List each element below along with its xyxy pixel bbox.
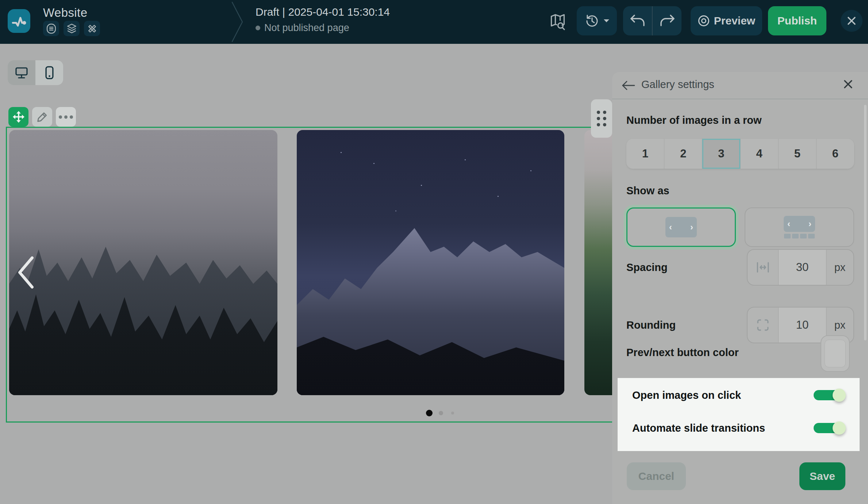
gallery-image-night-mountains[interactable] — [297, 130, 564, 395]
show-as-label: Show as — [626, 185, 669, 197]
redo-icon — [659, 14, 675, 28]
images-per-row-selector: 1 2 3 4 5 6 — [626, 139, 854, 169]
panel-title: Gallery settings — [641, 79, 714, 91]
move-block-button[interactable] — [8, 107, 28, 127]
gallery-image-foggy-forest[interactable] — [9, 130, 277, 395]
form-button[interactable] — [43, 21, 59, 36]
app-logo[interactable] — [8, 9, 30, 33]
show-as-slider-option[interactable]: ‹› — [626, 207, 736, 247]
undo-icon — [630, 14, 646, 28]
preview-button[interactable]: Preview — [691, 6, 762, 35]
row-option-3-selected[interactable]: 3 — [702, 139, 740, 169]
back-button[interactable] — [622, 81, 635, 90]
prev-next-color-swatch[interactable] — [821, 335, 850, 372]
corner-radius-icon — [748, 308, 778, 343]
stars-decoration — [341, 152, 342, 153]
toggle-knob — [833, 389, 846, 402]
spacing-value-input[interactable]: 30 — [778, 250, 826, 285]
map-search-icon — [550, 13, 566, 31]
prev-chevron-icon — [17, 256, 34, 289]
redo-button[interactable] — [652, 6, 681, 35]
preview-target-icon — [698, 15, 710, 27]
device-toggle — [8, 60, 63, 85]
undo-button[interactable] — [623, 6, 652, 35]
edit-block-button[interactable] — [32, 107, 52, 127]
device-toggle-desktop[interactable] — [8, 60, 35, 85]
version-history-button[interactable] — [577, 6, 617, 35]
row-option-2[interactable]: 2 — [664, 139, 702, 169]
slider-icon: ‹› — [665, 217, 697, 237]
toggle-knob — [833, 421, 846, 435]
spacing-input-group: 30 px — [747, 249, 854, 286]
panel-header: Gallery settings — [612, 72, 868, 99]
color-swatch-inner — [825, 340, 846, 367]
gallery-settings-panel: Gallery settings Number of images in a r… — [612, 72, 868, 504]
cancel-button[interactable]: Cancel — [627, 462, 686, 490]
draft-title: Draft | 2025-04-01 15:30:14 — [256, 6, 390, 18]
history-icon — [584, 13, 600, 28]
block-drag-handle[interactable] — [591, 99, 612, 138]
close-icon — [846, 16, 857, 26]
ellipsis-icon — [59, 115, 62, 119]
breadcrumb-chevron — [230, 0, 245, 44]
spacing-unit: px — [826, 250, 853, 285]
automate-slides-toggle-row: Automate slide transitions — [632, 417, 845, 439]
automate-slides-label: Automate slide transitions — [632, 422, 765, 434]
device-toggle-mobile[interactable] — [35, 60, 63, 85]
pagination-dot-active[interactable] — [426, 410, 433, 416]
sitemap-search-button[interactable] — [550, 13, 566, 31]
topbar: Website — [0, 0, 868, 44]
preview-button-label: Preview — [714, 15, 755, 27]
save-button[interactable]: Save — [799, 462, 845, 490]
mobile-icon — [45, 66, 54, 80]
row-option-5[interactable]: 5 — [778, 139, 816, 169]
open-images-label: Open images on click — [632, 389, 741, 401]
drag-grip-icon — [597, 111, 606, 126]
layers-icon — [66, 23, 78, 35]
open-images-toggle[interactable] — [814, 390, 840, 400]
panel-scrollbar[interactable] — [864, 105, 867, 340]
pagination-dot[interactable] — [439, 411, 443, 415]
topbar-quick-tools — [43, 21, 100, 36]
form-icon — [46, 23, 57, 34]
row-option-6[interactable]: 6 — [816, 139, 854, 169]
layers-button[interactable] — [64, 21, 80, 36]
publish-button-label: Publish — [777, 15, 817, 27]
more-options-button[interactable] — [56, 107, 76, 127]
pagination-dot[interactable] — [451, 412, 454, 415]
automate-slides-toggle[interactable] — [814, 423, 840, 433]
prev-next-color-label: Prev/next button color — [626, 347, 739, 359]
open-images-toggle-row: Open images on click — [632, 384, 845, 406]
spacing-icon — [748, 250, 778, 285]
activity-pulse-icon — [11, 13, 27, 30]
document-status-block: Draft | 2025-04-01 15:30:14 Not publishe… — [256, 6, 390, 34]
back-arrow-icon — [622, 81, 635, 90]
close-icon — [843, 79, 853, 89]
panel-divider — [612, 99, 868, 99]
row-option-1[interactable]: 1 — [626, 139, 664, 169]
move-icon — [12, 110, 25, 123]
block-toolbar — [8, 107, 76, 127]
spacing-label: Spacing — [626, 261, 668, 274]
show-as-thumbnails-option[interactable]: ‹› — [745, 207, 854, 247]
publish-button[interactable]: Publish — [768, 6, 826, 35]
status-dot — [256, 26, 260, 30]
design-tools-icon — [86, 23, 98, 35]
site-title: Website — [43, 6, 87, 20]
undo-redo-group — [623, 6, 681, 35]
rounding-label: Rounding — [626, 319, 676, 331]
highlighted-toggles-section: Open images on click Automate slide tran… — [618, 378, 860, 451]
gallery-prev-button[interactable] — [17, 256, 34, 289]
dropdown-caret-icon — [603, 19, 610, 23]
pencil-icon — [37, 111, 48, 123]
rounding-value-input[interactable]: 10 — [778, 308, 826, 343]
slider-with-thumbnails-icon: ‹› — [784, 216, 815, 238]
images-per-row-label: Number of images in a row — [626, 114, 762, 126]
status-text: Not published page — [264, 22, 349, 34]
close-editor-button[interactable] — [841, 10, 863, 32]
design-tools-button[interactable] — [84, 21, 100, 36]
desktop-icon — [15, 66, 28, 79]
panel-close-button[interactable] — [843, 79, 853, 89]
row-option-4[interactable]: 4 — [740, 139, 778, 169]
